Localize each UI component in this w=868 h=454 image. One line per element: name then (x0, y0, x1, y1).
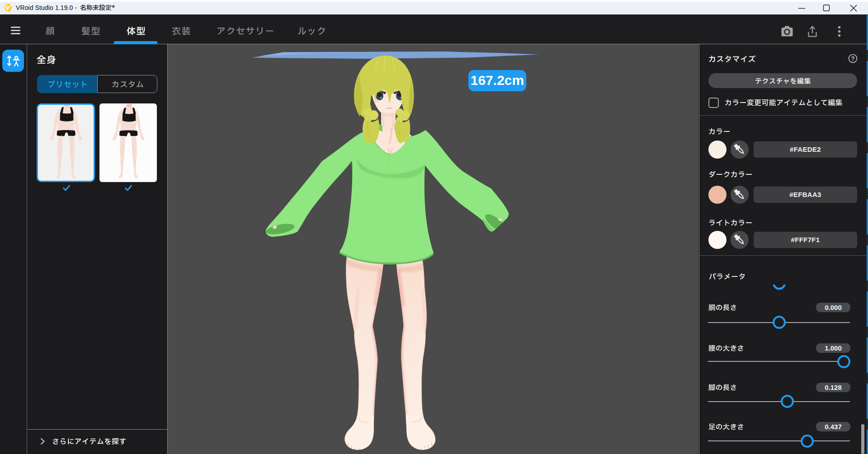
svg-text:?: ? (851, 55, 855, 62)
